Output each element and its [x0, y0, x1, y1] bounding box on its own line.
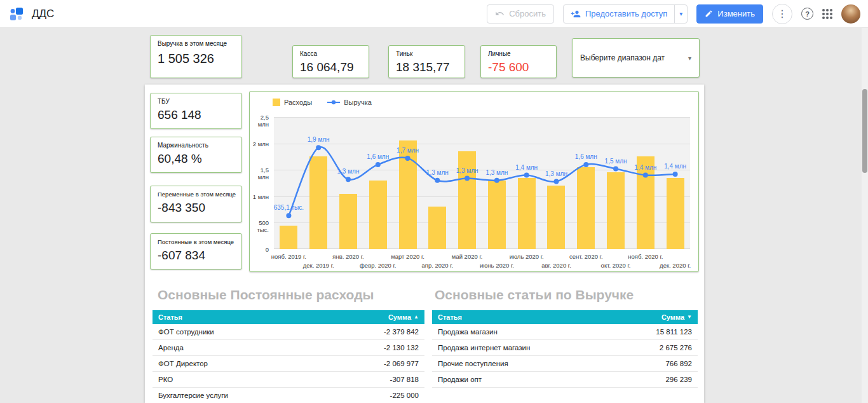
bar-swatch-icon	[273, 99, 280, 106]
kpi-label: Касса	[300, 50, 362, 57]
y-tick-label: 2 млн	[248, 140, 269, 147]
kpi-label: Переменные в этом месяце	[158, 191, 234, 198]
kpi-card-revenue-month: Выручка в этом месяце 1 505 326	[150, 35, 242, 78]
x-tick-label: нояб. 2020 г.	[628, 253, 663, 260]
line-point	[643, 173, 648, 178]
line-point-label: 1,7 млн	[397, 147, 419, 154]
kpi-value: 16 064,79	[300, 60, 362, 74]
row-article: Продажа магазин	[438, 328, 498, 336]
y-axis: 0500 тыс.1 млн1,5 млн2 млн2,5 млн	[250, 92, 271, 273]
kpi-card-personal: Личные -75 600	[480, 45, 557, 78]
undo-icon	[495, 9, 505, 18]
legend-item-revenue: Выручка	[327, 99, 372, 106]
section-title-revenue-items: Основные статьи по Выручке	[435, 287, 634, 303]
revenue-line	[274, 117, 690, 249]
pencil-icon	[705, 10, 713, 18]
line-point-label: 1,3 млн	[337, 168, 359, 175]
x-tick-label: дек. 2019 г.	[303, 262, 334, 269]
x-tick-label: февр. 2020 г.	[360, 262, 396, 269]
sort-asc-icon: ▲	[414, 314, 419, 320]
scrollbar-thumb[interactable]	[862, 89, 867, 173]
plot-area: 635,1 тыс.1,9 млн1,3 млн1,6 млн1,7 млн1,…	[274, 117, 690, 249]
row-sum: 766 892	[665, 360, 692, 367]
table-row: Бухгалтерсие услуги-225 000	[153, 388, 424, 403]
line-point	[316, 145, 321, 150]
line-point	[494, 178, 499, 183]
line-point	[524, 173, 529, 178]
line-point-label: 1,4 млн	[664, 163, 686, 170]
more-options-button[interactable]: ⋮	[772, 4, 792, 24]
combo-chart-card: Расходы Выручка 0500 тыс.1 млн1,5 млн2 м…	[249, 91, 699, 272]
column-header-sum[interactable]: Сумма▲	[388, 313, 419, 321]
share-button-group: Предоставить доступ ▾	[563, 4, 688, 24]
line-point-label: 1,4 млн	[634, 164, 656, 171]
scrollbar-track[interactable]	[862, 28, 868, 403]
column-header-sum[interactable]: Сумма▼	[661, 313, 692, 321]
row-sum: -225 000	[390, 392, 419, 399]
line-point	[286, 213, 291, 218]
row-sum: -2 130 132	[384, 344, 419, 352]
kpi-label: Тиньк	[396, 50, 458, 57]
line-point	[405, 156, 410, 161]
line-swatch-icon	[327, 100, 340, 105]
fixed-expenses-table: Статья Сумма▲ ФОТ сотрудники-2 379 842Ар…	[153, 310, 424, 403]
row-article: РКО	[158, 376, 173, 383]
kpi-value: 60,48 %	[158, 152, 234, 166]
more-vert-icon: ⋮	[777, 8, 787, 20]
y-tick-label: 2,5 млн	[248, 114, 269, 128]
line-point-label: 1,3 млн	[456, 167, 478, 174]
column-header-article: Статья	[158, 313, 182, 321]
share-dropdown-caret[interactable]: ▾	[674, 5, 687, 23]
row-article: Аренда	[158, 344, 184, 352]
y-tick-label: 500 тыс.	[248, 219, 269, 233]
kpi-value: 18 315,77	[396, 60, 458, 74]
x-tick-label: авг. 2020 г.	[541, 262, 571, 269]
table-row: Аренда-2 130 132	[153, 340, 424, 356]
kpi-value: -607 834	[158, 249, 234, 263]
kpi-label: Выручка в этом месяце	[158, 40, 234, 47]
line-point	[554, 179, 559, 184]
x-tick-label: июнь 2020 г.	[480, 262, 514, 269]
row-article: Продажа интернет магазин	[438, 344, 530, 352]
person-add-icon	[571, 9, 581, 19]
row-article: ФОТ Директор	[158, 360, 208, 367]
table-row: РКО-307 818	[153, 372, 424, 388]
table-header[interactable]: Статья Сумма▼	[432, 310, 698, 324]
line-point-label: 1,3 млн	[426, 169, 449, 176]
x-tick-label: дек. 2020 г.	[660, 262, 691, 269]
report-title: ДДС	[32, 8, 54, 20]
x-tick-label: апр. 2020 г.	[421, 262, 453, 269]
line-point-label: 1,6 млн	[575, 153, 597, 160]
line-point	[465, 176, 470, 181]
line-point-label: 1,4 млн	[515, 164, 538, 171]
x-tick-label: нояб. 2019 г.	[271, 253, 306, 260]
row-sum: -2 379 842	[384, 328, 419, 336]
datastudio-logo	[9, 6, 24, 22]
line-point	[673, 172, 678, 177]
share-button[interactable]: Предоставить доступ	[564, 5, 674, 23]
row-sum: -2 069 977	[384, 360, 419, 367]
reset-button[interactable]: Сбросить	[487, 4, 554, 24]
row-sum: 2 675 276	[660, 344, 692, 352]
google-apps-icon[interactable]	[822, 9, 832, 19]
table-row: Продажа магазин15 811 123	[432, 324, 698, 340]
help-icon[interactable]: ?	[801, 8, 813, 20]
row-sum: -307 818	[390, 376, 419, 383]
kpi-card-marginality: Маржинальность 60,48 %	[150, 137, 242, 173]
row-article: Продажи опт	[438, 376, 482, 383]
line-point	[376, 162, 381, 167]
kpi-card-fixed-expenses: Постоянные в этом месяце -607 834	[150, 233, 242, 270]
sort-desc-icon: ▼	[687, 314, 692, 320]
table-header[interactable]: Статья Сумма▲	[153, 310, 424, 324]
table-row: Продажи опт296 239	[432, 372, 698, 388]
x-tick-label: июль 2020 г.	[510, 253, 544, 260]
date-range-picker[interactable]: Выберите диапазон дат ▾	[572, 38, 700, 78]
revenue-items-table: Статья Сумма▼ Продажа магазин15 811 123П…	[432, 310, 698, 388]
line-point-label: 635,1 тыс.	[274, 204, 304, 211]
line-point	[435, 178, 440, 183]
row-article: Бухгалтерсие услуги	[158, 392, 228, 399]
line-point	[613, 167, 618, 172]
avatar[interactable]	[841, 4, 860, 24]
edit-button[interactable]: Изменить	[696, 4, 763, 24]
kpi-value: 656 148	[158, 108, 234, 122]
